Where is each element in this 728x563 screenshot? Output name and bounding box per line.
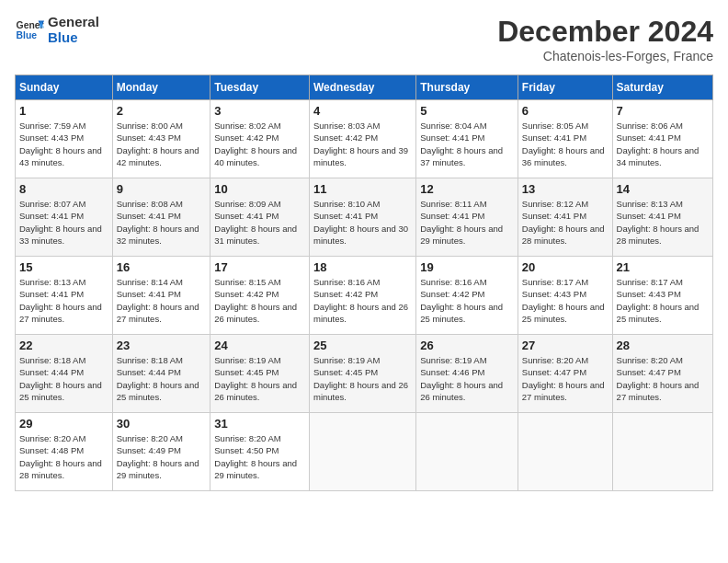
day-info: Sunrise: 8:14 AMSunset: 4:41 PMDaylight:…	[117, 276, 207, 325]
col-header-sunday: Sunday	[16, 75, 113, 100]
day-cell: 6Sunrise: 8:05 AMSunset: 4:41 PMDaylight…	[518, 100, 612, 178]
week-row-4: 22Sunrise: 8:18 AMSunset: 4:44 PMDayligh…	[16, 335, 713, 413]
day-number: 11	[313, 182, 412, 196]
day-info: Sunrise: 8:11 AMSunset: 4:41 PMDaylight:…	[420, 198, 514, 247]
day-cell: 21Sunrise: 8:17 AMSunset: 4:43 PMDayligh…	[612, 257, 712, 335]
day-number: 9	[117, 182, 207, 196]
day-cell: 8Sunrise: 8:07 AMSunset: 4:41 PMDaylight…	[16, 178, 113, 257]
day-number: 7	[617, 104, 709, 118]
day-number: 12	[420, 182, 514, 196]
header: General Blue General Blue December 2024 …	[15, 15, 713, 63]
day-number: 28	[617, 339, 709, 352]
week-row-5: 29Sunrise: 8:20 AMSunset: 4:48 PMDayligh…	[16, 413, 713, 491]
day-info: Sunrise: 8:08 AMSunset: 4:41 PMDaylight:…	[117, 198, 207, 247]
day-cell: 13Sunrise: 8:12 AMSunset: 4:41 PMDayligh…	[518, 178, 612, 257]
day-info: Sunrise: 8:18 AMSunset: 4:44 PMDaylight:…	[117, 354, 207, 403]
day-info: Sunrise: 8:17 AMSunset: 4:43 PMDaylight:…	[522, 276, 609, 325]
week-row-3: 15Sunrise: 8:13 AMSunset: 4:41 PMDayligh…	[16, 257, 713, 335]
day-cell: 15Sunrise: 8:13 AMSunset: 4:41 PMDayligh…	[16, 257, 113, 335]
day-number: 2	[117, 104, 207, 118]
week-row-2: 8Sunrise: 8:07 AMSunset: 4:41 PMDaylight…	[16, 178, 713, 257]
week-row-1: 1Sunrise: 7:59 AMSunset: 4:43 PMDaylight…	[16, 100, 713, 178]
day-cell: 12Sunrise: 8:11 AMSunset: 4:41 PMDayligh…	[416, 178, 518, 257]
day-info: Sunrise: 8:12 AMSunset: 4:41 PMDaylight:…	[522, 198, 609, 247]
day-cell: 16Sunrise: 8:14 AMSunset: 4:41 PMDayligh…	[112, 257, 210, 335]
day-info: Sunrise: 8:19 AMSunset: 4:45 PMDaylight:…	[313, 354, 412, 403]
day-cell: 24Sunrise: 8:19 AMSunset: 4:45 PMDayligh…	[210, 335, 310, 413]
day-number: 23	[117, 339, 207, 352]
day-number: 20	[522, 260, 609, 274]
day-info: Sunrise: 8:02 AMSunset: 4:42 PMDaylight:…	[214, 120, 305, 168]
day-cell: 5Sunrise: 8:04 AMSunset: 4:41 PMDaylight…	[416, 100, 518, 178]
header-row: SundayMondayTuesdayWednesdayThursdayFrid…	[16, 75, 713, 100]
day-number: 3	[214, 104, 305, 118]
day-info: Sunrise: 8:15 AMSunset: 4:42 PMDaylight:…	[214, 276, 305, 325]
day-number: 6	[522, 104, 609, 118]
day-info: Sunrise: 8:00 AMSunset: 4:43 PMDaylight:…	[117, 120, 207, 168]
calendar-table: SundayMondayTuesdayWednesdayThursdayFrid…	[15, 75, 713, 491]
col-header-monday: Monday	[112, 75, 210, 100]
logo-icon: General Blue	[15, 17, 44, 43]
day-cell	[416, 413, 518, 491]
day-cell: 9Sunrise: 8:08 AMSunset: 4:41 PMDaylight…	[112, 178, 210, 257]
month-title: December 2024	[497, 15, 713, 49]
day-info: Sunrise: 8:07 AMSunset: 4:41 PMDaylight:…	[19, 198, 108, 247]
day-number: 15	[19, 260, 108, 274]
day-number: 14	[617, 182, 709, 196]
day-cell: 14Sunrise: 8:13 AMSunset: 4:41 PMDayligh…	[612, 178, 712, 257]
day-number: 24	[214, 339, 305, 352]
day-number: 21	[617, 260, 709, 274]
day-info: Sunrise: 7:59 AMSunset: 4:43 PMDaylight:…	[19, 120, 108, 168]
day-cell: 10Sunrise: 8:09 AMSunset: 4:41 PMDayligh…	[210, 178, 310, 257]
day-number: 31	[214, 417, 305, 431]
day-info: Sunrise: 8:09 AMSunset: 4:41 PMDaylight:…	[214, 198, 305, 247]
svg-text:Blue: Blue	[17, 29, 38, 40]
day-cell: 19Sunrise: 8:16 AMSunset: 4:42 PMDayligh…	[416, 257, 518, 335]
day-number: 1	[19, 104, 108, 118]
day-cell: 27Sunrise: 8:20 AMSunset: 4:47 PMDayligh…	[518, 335, 612, 413]
day-info: Sunrise: 8:19 AMSunset: 4:46 PMDaylight:…	[420, 354, 514, 403]
day-cell: 22Sunrise: 8:18 AMSunset: 4:44 PMDayligh…	[16, 335, 113, 413]
day-number: 22	[19, 339, 108, 352]
day-info: Sunrise: 8:18 AMSunset: 4:44 PMDaylight:…	[19, 354, 108, 403]
day-cell: 1Sunrise: 7:59 AMSunset: 4:43 PMDaylight…	[16, 100, 113, 178]
col-header-wednesday: Wednesday	[310, 75, 416, 100]
day-info: Sunrise: 8:16 AMSunset: 4:42 PMDaylight:…	[420, 276, 514, 325]
col-header-saturday: Saturday	[612, 75, 712, 100]
day-number: 5	[420, 104, 514, 118]
day-info: Sunrise: 8:13 AMSunset: 4:41 PMDaylight:…	[617, 198, 709, 247]
day-number: 18	[313, 260, 412, 274]
day-cell: 4Sunrise: 8:03 AMSunset: 4:42 PMDaylight…	[310, 100, 416, 178]
day-info: Sunrise: 8:17 AMSunset: 4:43 PMDaylight:…	[617, 276, 709, 325]
day-info: Sunrise: 8:20 AMSunset: 4:49 PMDaylight:…	[117, 432, 207, 481]
day-cell: 26Sunrise: 8:19 AMSunset: 4:46 PMDayligh…	[416, 335, 518, 413]
day-info: Sunrise: 8:16 AMSunset: 4:42 PMDaylight:…	[313, 276, 412, 325]
day-number: 10	[214, 182, 305, 196]
day-cell: 23Sunrise: 8:18 AMSunset: 4:44 PMDayligh…	[112, 335, 210, 413]
day-number: 4	[313, 104, 412, 118]
day-cell: 11Sunrise: 8:10 AMSunset: 4:41 PMDayligh…	[310, 178, 416, 257]
logo: General Blue General Blue	[15, 15, 99, 45]
day-number: 19	[420, 260, 514, 274]
day-number: 16	[117, 260, 207, 274]
location-subtitle: Chatenois-les-Forges, France	[497, 49, 713, 63]
logo-line1: General	[48, 15, 99, 30]
day-cell: 29Sunrise: 8:20 AMSunset: 4:48 PMDayligh…	[16, 413, 113, 491]
day-info: Sunrise: 8:20 AMSunset: 4:47 PMDaylight:…	[522, 354, 609, 403]
day-cell: 31Sunrise: 8:20 AMSunset: 4:50 PMDayligh…	[210, 413, 310, 491]
day-cell	[612, 413, 712, 491]
day-info: Sunrise: 8:20 AMSunset: 4:50 PMDaylight:…	[214, 432, 305, 481]
day-cell: 18Sunrise: 8:16 AMSunset: 4:42 PMDayligh…	[310, 257, 416, 335]
title-area: December 2024 Chatenois-les-Forges, Fran…	[497, 15, 713, 63]
day-cell: 3Sunrise: 8:02 AMSunset: 4:42 PMDaylight…	[210, 100, 310, 178]
day-info: Sunrise: 8:10 AMSunset: 4:41 PMDaylight:…	[313, 198, 412, 247]
day-cell: 25Sunrise: 8:19 AMSunset: 4:45 PMDayligh…	[310, 335, 416, 413]
day-number: 26	[420, 339, 514, 352]
day-info: Sunrise: 8:06 AMSunset: 4:41 PMDaylight:…	[617, 120, 709, 168]
col-header-thursday: Thursday	[416, 75, 518, 100]
day-info: Sunrise: 8:19 AMSunset: 4:45 PMDaylight:…	[214, 354, 305, 403]
day-info: Sunrise: 8:05 AMSunset: 4:41 PMDaylight:…	[522, 120, 609, 168]
col-header-friday: Friday	[518, 75, 612, 100]
day-number: 27	[522, 339, 609, 352]
day-cell: 2Sunrise: 8:00 AMSunset: 4:43 PMDaylight…	[112, 100, 210, 178]
